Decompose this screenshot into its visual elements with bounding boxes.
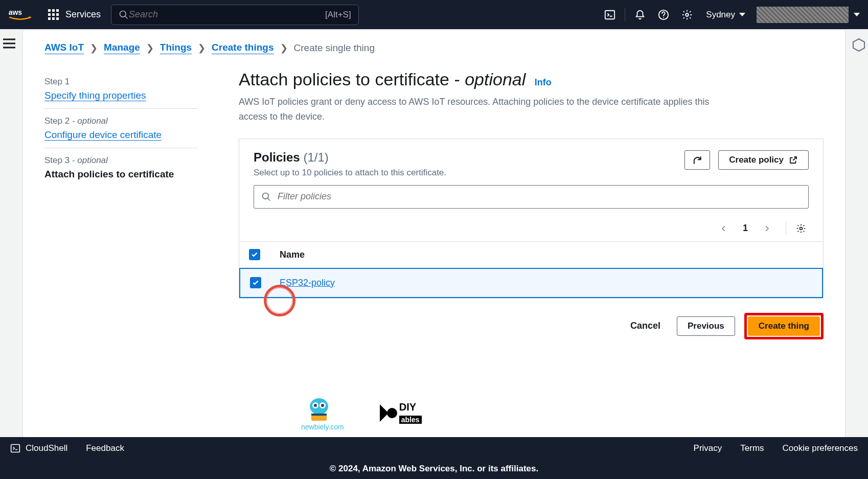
caret-down-icon	[739, 13, 745, 16]
breadcrumb-link[interactable]: Manage	[104, 42, 140, 54]
cloudshell-link[interactable]: CloudShell	[10, 443, 67, 453]
breadcrumb: AWS IoT ❯ Manage ❯ Things ❯ Create thing…	[44, 42, 824, 54]
pagination-bar: 1	[239, 216, 823, 241]
page-number: 1	[739, 223, 752, 234]
cloudshell-icon[interactable]	[599, 5, 621, 25]
svg-line-11	[268, 198, 270, 200]
annotation-highlight: Create thing	[744, 313, 824, 339]
search-input[interactable]	[129, 9, 320, 20]
help-icon[interactable]	[653, 5, 674, 25]
policy-name-link[interactable]: ESP32-policy	[280, 278, 335, 288]
svg-point-1	[120, 11, 126, 17]
services-button[interactable]: Services	[42, 6, 107, 24]
privacy-link[interactable]: Privacy	[694, 443, 722, 453]
refresh-button[interactable]	[684, 150, 710, 170]
sidebar-toggle[interactable]	[3, 38, 15, 49]
svg-point-5	[686, 13, 689, 16]
step-label: Step 3 - optional	[44, 155, 198, 166]
search-box[interactable]: [Alt+S]	[111, 5, 359, 25]
select-all-checkbox[interactable]	[249, 249, 260, 260]
region-label: Sydney	[706, 10, 735, 20]
filter-policies-input[interactable]	[278, 191, 801, 202]
chevron-right-icon: ❯	[198, 42, 205, 54]
step-current: Attach policies to certificate	[44, 169, 198, 180]
step-link[interactable]: Specify thing properties	[44, 90, 146, 101]
table-row[interactable]: ESP32-policy	[240, 268, 823, 298]
card-title: Policies (1/1)	[254, 150, 446, 165]
feedback-link[interactable]: Feedback	[86, 443, 124, 453]
svg-line-2	[125, 16, 128, 18]
notifications-icon[interactable]	[629, 5, 651, 25]
step-3: Step 3 - optional Attach policies to cer…	[44, 148, 198, 187]
step-link[interactable]: Configure device certificate	[44, 129, 162, 141]
search-icon	[119, 10, 129, 20]
step-label: Step 1	[44, 77, 198, 87]
prev-page-button[interactable]	[716, 221, 732, 236]
svg-rect-3	[605, 10, 614, 19]
step-1: Step 1 Specify thing properties	[44, 70, 198, 109]
services-label: Services	[65, 9, 101, 20]
info-link[interactable]: Info	[535, 77, 552, 87]
svg-marker-9	[853, 39, 864, 51]
svg-text:aws: aws	[9, 8, 22, 16]
refresh-icon	[692, 155, 702, 165]
breadcrumb-current: Create single thing	[294, 42, 375, 54]
policies-card: Policies (1/1) Select up to 10 policies …	[239, 139, 824, 299]
terminal-icon	[10, 443, 20, 453]
breadcrumb-link[interactable]: Things	[160, 42, 192, 54]
breadcrumb-link[interactable]: Create things	[212, 42, 273, 54]
previous-button[interactable]: Previous	[677, 316, 735, 336]
chevron-right-icon: ❯	[146, 42, 154, 54]
wizard-steps: Step 1 Specify thing properties Step 2 -…	[44, 70, 198, 339]
create-policy-button[interactable]: Create policy	[718, 150, 809, 170]
column-name-header: Name	[270, 241, 823, 268]
search-shortcut-hint: [Alt+S]	[325, 10, 351, 20]
svg-point-12	[800, 227, 803, 230]
table-settings-button[interactable]	[793, 221, 809, 236]
step-2: Step 2 - optional Configure device certi…	[44, 109, 198, 148]
next-page-button[interactable]	[759, 221, 774, 236]
region-selector[interactable]: Sydney	[700, 7, 751, 23]
cancel-button[interactable]: Cancel	[623, 316, 668, 335]
page-description: AWS IoT policies grant or deny access to…	[239, 95, 719, 124]
aws-logo[interactable]: aws	[8, 8, 33, 22]
create-thing-button[interactable]: Create thing	[748, 316, 820, 336]
filter-input-wrap	[254, 185, 809, 209]
external-link-icon	[789, 155, 798, 165]
form-actions: Cancel Previous Create thing	[239, 313, 824, 339]
footer: CloudShell Feedback Privacy Terms Cookie…	[0, 437, 868, 479]
svg-point-10	[263, 193, 269, 199]
top-nav: aws Services [Alt+S] Sydney	[0, 0, 868, 29]
breadcrumb-link[interactable]: AWS IoT	[44, 42, 84, 54]
nav-icon-group: Sydney	[599, 5, 860, 25]
grid-icon	[48, 9, 59, 20]
main-panel: Attach policies to certificate - optiona…	[239, 70, 824, 339]
settings-icon[interactable]	[676, 5, 698, 25]
row-checkbox[interactable]	[250, 277, 261, 288]
account-menu[interactable]	[757, 7, 849, 23]
right-panel-toggle[interactable]	[853, 38, 865, 52]
page-title: Attach policies to certificate - optiona…	[239, 70, 824, 89]
search-icon	[261, 192, 271, 202]
chevron-right-icon: ❯	[280, 42, 288, 54]
step-label: Step 2 - optional	[44, 116, 198, 126]
chevron-right-icon: ❯	[90, 42, 98, 54]
policies-table: Name ESP32-policy	[239, 241, 823, 298]
terms-link[interactable]: Terms	[740, 443, 764, 453]
caret-down-icon	[854, 13, 860, 16]
cookie-prefs-link[interactable]: Cookie preferences	[783, 443, 858, 453]
copyright: © 2024, Amazon Web Services, Inc. or its…	[0, 460, 868, 479]
card-subtitle: Select up to 10 policies to attach to th…	[254, 168, 446, 178]
svg-rect-21	[11, 445, 20, 452]
main-content: AWS IoT ❯ Manage ❯ Things ❯ Create thing…	[22, 29, 846, 438]
